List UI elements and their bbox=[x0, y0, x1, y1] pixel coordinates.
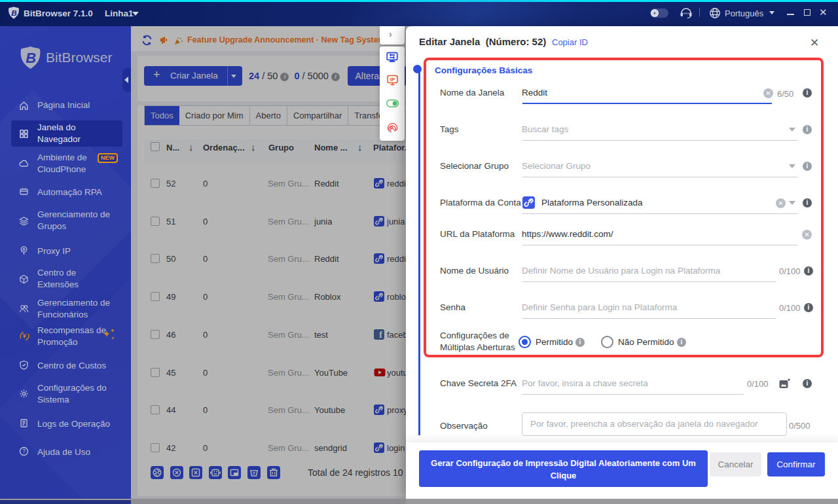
svg-text:B: B bbox=[26, 50, 36, 66]
svg-text:IP: IP bbox=[390, 77, 395, 82]
svg-text:?: ? bbox=[22, 448, 26, 454]
svg-text:B: B bbox=[11, 9, 16, 17]
